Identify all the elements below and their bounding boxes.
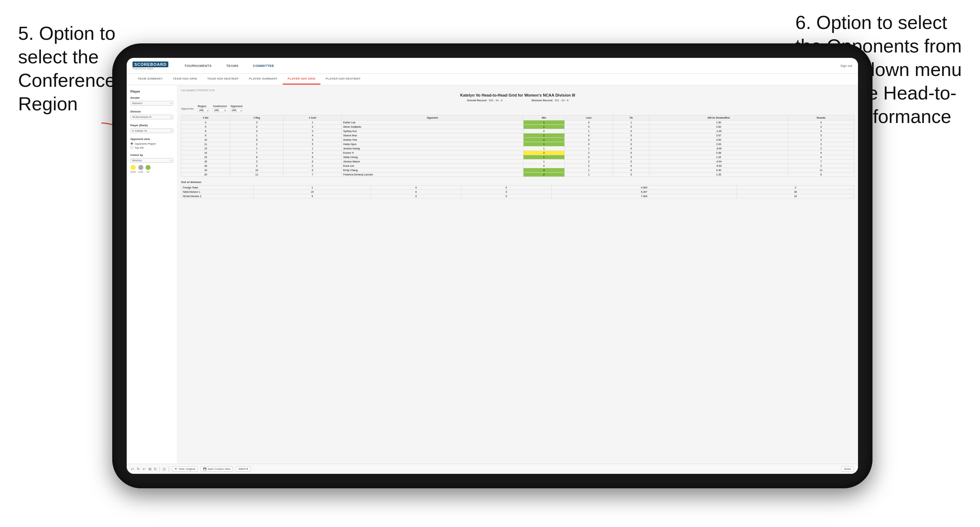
cell-conf: 3 — [283, 138, 342, 142]
gender-label: Gender — [130, 96, 173, 100]
opponent-filter-group: Opponent (All) — [231, 105, 243, 112]
redo-icon[interactable]: ↻ — [137, 467, 140, 471]
cell-rounds: 2 — [788, 146, 854, 151]
view-original-btn[interactable]: 👁 View: Original — [172, 466, 198, 471]
cell-reg: 1 — [230, 133, 283, 138]
cell-div: 5 — [181, 125, 230, 129]
radio-top100[interactable]: Top 100 — [130, 146, 173, 149]
nav-tournaments[interactable]: TOURNAMENTS — [181, 63, 214, 69]
table-row: 16 3 6 Jessica Mason 1 2 0 -0.94 7 — [181, 160, 854, 164]
cell-reg: 6 — [230, 138, 283, 142]
cell-opponent: Andrea York — [342, 138, 523, 142]
gender-select[interactable]: Women's — [130, 101, 173, 106]
division-record-label: Division Record: — [531, 99, 553, 102]
colour-level: Level — [138, 165, 143, 173]
cell-win: 0 — [523, 129, 565, 133]
cell-opponent: Heejo Hyun — [342, 142, 523, 146]
cell-reg: 1 — [230, 146, 283, 151]
undo2-icon[interactable]: ↩ — [143, 467, 146, 471]
colour-indicators: Down Level Up — [130, 165, 173, 173]
cell-tie: 0 — [613, 125, 649, 129]
cell-div: 15 — [181, 155, 230, 160]
player-section-title: Player — [130, 90, 173, 93]
cell-opponent: Alexis Sudjianto — [342, 125, 523, 129]
cell-div: 11 — [181, 142, 230, 146]
sub-nav-team-summary[interactable]: TEAM SUMMARY — [132, 74, 168, 85]
top-nav: SCOREBOARD Powered by clippd TOURNAMENTS… — [127, 58, 858, 74]
opponent-select[interactable]: (All) — [231, 108, 242, 112]
opponent-view-radio-group: Opponents Played Top 100 — [130, 142, 173, 149]
cell-opponent: Stella Cheng — [342, 155, 523, 160]
save-custom-view-btn[interactable]: 💾 Save Custom View — [200, 466, 233, 471]
nav-committee[interactable]: COMMITTEE — [250, 63, 277, 69]
sub-nav-player-summary[interactable]: PLAYER SUMMARY — [243, 74, 282, 85]
conference-filter-group: Conference (All) — [213, 105, 227, 112]
clock-icon[interactable]: ◷ — [162, 467, 166, 471]
undo-icon[interactable]: ↩ — [131, 467, 134, 471]
cell-diff: 0.30 — [649, 168, 788, 173]
sub-nav-player-h2h-heatmap[interactable]: PLAYER H2H HEATMAP — [320, 74, 366, 85]
out-of-division-header: Out of division — [181, 181, 854, 184]
radio-opponents-played[interactable]: Opponents Played — [130, 142, 173, 145]
cell-rounds: 9 — [788, 151, 854, 155]
cell-reg: 2 — [230, 142, 283, 146]
cell-diff: -1.00 — [649, 129, 788, 133]
cell-reg: 11 — [230, 173, 283, 177]
cell-rounds: 4 — [788, 121, 854, 125]
cell-conf: 7 — [283, 173, 342, 177]
cell-diff: -5.00 — [649, 164, 788, 168]
cell-win: 0 — [523, 164, 565, 168]
cell-tie: 0 — [613, 129, 649, 133]
cell-div: 9 — [181, 133, 230, 138]
powered-by-text: Powered by clippd — [132, 67, 168, 70]
ood-cell-loss: 0 — [371, 186, 461, 190]
share-btn[interactable]: Share — [842, 466, 854, 471]
table-row: 14 7 4 Eunice Yi 2 2 0 0.38 9 — [181, 151, 854, 155]
opponent-select-wrap: (All) — [231, 108, 243, 112]
cell-tie: 0 — [613, 133, 649, 138]
nav-teams[interactable]: TEAMS — [223, 63, 242, 69]
player-rank-select[interactable]: 8. Katelyn Vo — [130, 129, 173, 133]
table-header-row: # Div # Reg # Conf Opponent Win Loss Tie… — [181, 115, 854, 121]
cell-diff: 4.00 — [649, 138, 788, 142]
cell-loss: 0 — [565, 142, 613, 146]
cell-diff: 3.67 — [649, 133, 788, 138]
cell-div: 16 — [181, 160, 230, 164]
sub-nav-player-h2h-grid[interactable]: PLAYER H2H GRID — [283, 74, 321, 85]
table-row: 20 11 7 Federica Domecq Lacroze 2 1 0 1.… — [181, 173, 854, 177]
division-select[interactable]: NCAA Division III — [130, 115, 173, 119]
cell-loss: 2 — [565, 160, 613, 164]
cell-rounds: 7 — [788, 160, 854, 164]
tablet-screen: SCOREBOARD Powered by clippd TOURNAMENTS… — [127, 58, 858, 474]
cell-div: 10 — [181, 138, 230, 142]
ood-cell-win: 15 — [254, 190, 371, 194]
ood-cell-rounds: 2 — [737, 186, 854, 190]
grid-icon[interactable]: ⊞ — [148, 467, 151, 471]
cell-conf: 1 — [283, 146, 342, 151]
region-select-wrap: (All) — [198, 108, 209, 112]
page-title: Katelyn Vo Head-to-Head Grid for Women's… — [181, 93, 854, 97]
table-row: 6 3 3 Sydney Kuo 0 1 0 -1.00 3 — [181, 129, 854, 133]
sign-out-link[interactable]: Sign out — [840, 64, 852, 68]
sub-nav-team-h2h-heatmap[interactable]: TEAM H2H HEATMAP — [202, 74, 244, 85]
division-label: Division — [130, 110, 173, 113]
ood-cell-tie: 0 — [461, 190, 551, 194]
colour-by-select[interactable]: Win/loss — [130, 158, 173, 163]
radio-label-top100: Top 100 — [135, 146, 144, 149]
nav-right: Sign out — [840, 64, 852, 68]
sub-nav-team-h2h-grid[interactable]: TEAM H2H GRID — [168, 74, 202, 85]
division-record: Division Record: 331 - 34 - 6 — [531, 99, 568, 102]
conference-select[interactable]: (All) — [213, 108, 224, 112]
cell-div: 20 — [181, 173, 230, 177]
conference-filter-label: Conference — [213, 105, 227, 108]
cell-rounds: 2 — [788, 164, 854, 168]
cell-div: 19 — [181, 168, 230, 173]
cell-reg: 3 — [230, 129, 283, 133]
watch-btn[interactable]: Watch ▾ — [235, 466, 251, 471]
region-select[interactable]: (All) — [198, 108, 209, 112]
region-filter-label: Region — [198, 105, 209, 108]
region-filter-group: Region (All) — [198, 105, 209, 112]
conference-select-wrap: (All) — [213, 108, 227, 112]
bottom-toolbar: ↩ ↻ ↩ ⊞ ⎘ ◷ 👁 View: Original 💾 Save Cust… — [127, 464, 858, 474]
copy-icon[interactable]: ⎘ — [154, 467, 156, 471]
